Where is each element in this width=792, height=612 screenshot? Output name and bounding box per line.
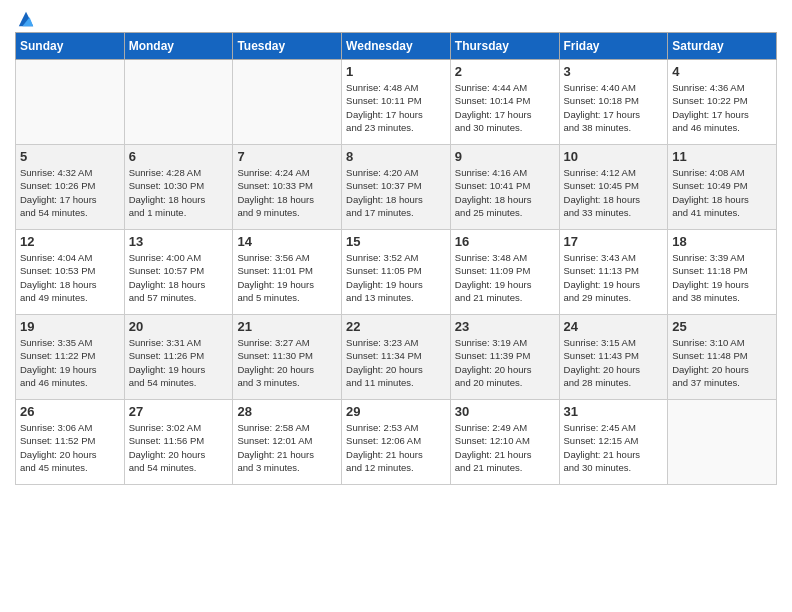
- day-info: Sunrise: 3:02 AM Sunset: 11:56 PM Daylig…: [129, 421, 229, 474]
- calendar-cell: 26Sunrise: 3:06 AM Sunset: 11:52 PM Dayl…: [16, 400, 125, 485]
- calendar-cell: 11Sunrise: 4:08 AM Sunset: 10:49 PM Dayl…: [668, 145, 777, 230]
- calendar-cell: 6Sunrise: 4:28 AM Sunset: 10:30 PM Dayli…: [124, 145, 233, 230]
- logo: [15, 10, 35, 24]
- calendar-cell: 9Sunrise: 4:16 AM Sunset: 10:41 PM Dayli…: [450, 145, 559, 230]
- day-number: 29: [346, 404, 446, 419]
- day-info: Sunrise: 3:35 AM Sunset: 11:22 PM Daylig…: [20, 336, 120, 389]
- day-number: 22: [346, 319, 446, 334]
- day-number: 7: [237, 149, 337, 164]
- weekday-header-saturday: Saturday: [668, 33, 777, 60]
- calendar-cell: 15Sunrise: 3:52 AM Sunset: 11:05 PM Dayl…: [342, 230, 451, 315]
- day-info: Sunrise: 3:31 AM Sunset: 11:26 PM Daylig…: [129, 336, 229, 389]
- calendar-cell: [668, 400, 777, 485]
- logo-icon: [17, 10, 35, 28]
- day-info: Sunrise: 4:08 AM Sunset: 10:49 PM Daylig…: [672, 166, 772, 219]
- calendar-cell: 25Sunrise: 3:10 AM Sunset: 11:48 PM Dayl…: [668, 315, 777, 400]
- calendar-cell: 14Sunrise: 3:56 AM Sunset: 11:01 PM Dayl…: [233, 230, 342, 315]
- day-number: 15: [346, 234, 446, 249]
- day-info: Sunrise: 4:44 AM Sunset: 10:14 PM Daylig…: [455, 81, 555, 134]
- day-number: 5: [20, 149, 120, 164]
- day-info: Sunrise: 3:15 AM Sunset: 11:43 PM Daylig…: [564, 336, 664, 389]
- calendar-cell: 29Sunrise: 2:53 AM Sunset: 12:06 AM Dayl…: [342, 400, 451, 485]
- weekday-header-friday: Friday: [559, 33, 668, 60]
- day-number: 17: [564, 234, 664, 249]
- calendar-cell: 3Sunrise: 4:40 AM Sunset: 10:18 PM Dayli…: [559, 60, 668, 145]
- day-info: Sunrise: 3:23 AM Sunset: 11:34 PM Daylig…: [346, 336, 446, 389]
- day-number: 13: [129, 234, 229, 249]
- day-number: 21: [237, 319, 337, 334]
- day-number: 31: [564, 404, 664, 419]
- weekday-header-wednesday: Wednesday: [342, 33, 451, 60]
- calendar-cell: [233, 60, 342, 145]
- day-number: 4: [672, 64, 772, 79]
- day-number: 18: [672, 234, 772, 249]
- day-info: Sunrise: 3:52 AM Sunset: 11:05 PM Daylig…: [346, 251, 446, 304]
- weekday-header-monday: Monday: [124, 33, 233, 60]
- day-info: Sunrise: 3:27 AM Sunset: 11:30 PM Daylig…: [237, 336, 337, 389]
- day-info: Sunrise: 4:16 AM Sunset: 10:41 PM Daylig…: [455, 166, 555, 219]
- calendar-cell: [124, 60, 233, 145]
- day-info: Sunrise: 2:45 AM Sunset: 12:15 AM Daylig…: [564, 421, 664, 474]
- day-info: Sunrise: 3:10 AM Sunset: 11:48 PM Daylig…: [672, 336, 772, 389]
- calendar-cell: 5Sunrise: 4:32 AM Sunset: 10:26 PM Dayli…: [16, 145, 125, 230]
- day-info: Sunrise: 3:48 AM Sunset: 11:09 PM Daylig…: [455, 251, 555, 304]
- calendar-cell: 24Sunrise: 3:15 AM Sunset: 11:43 PM Dayl…: [559, 315, 668, 400]
- calendar-cell: 12Sunrise: 4:04 AM Sunset: 10:53 PM Dayl…: [16, 230, 125, 315]
- calendar-cell: 8Sunrise: 4:20 AM Sunset: 10:37 PM Dayli…: [342, 145, 451, 230]
- day-number: 11: [672, 149, 772, 164]
- day-info: Sunrise: 2:53 AM Sunset: 12:06 AM Daylig…: [346, 421, 446, 474]
- calendar-cell: 23Sunrise: 3:19 AM Sunset: 11:39 PM Dayl…: [450, 315, 559, 400]
- day-info: Sunrise: 4:20 AM Sunset: 10:37 PM Daylig…: [346, 166, 446, 219]
- day-number: 1: [346, 64, 446, 79]
- day-number: 19: [20, 319, 120, 334]
- calendar-cell: 16Sunrise: 3:48 AM Sunset: 11:09 PM Dayl…: [450, 230, 559, 315]
- day-info: Sunrise: 3:56 AM Sunset: 11:01 PM Daylig…: [237, 251, 337, 304]
- calendar-cell: 22Sunrise: 3:23 AM Sunset: 11:34 PM Dayl…: [342, 315, 451, 400]
- day-number: 9: [455, 149, 555, 164]
- day-number: 3: [564, 64, 664, 79]
- day-number: 20: [129, 319, 229, 334]
- calendar-cell: 17Sunrise: 3:43 AM Sunset: 11:13 PM Dayl…: [559, 230, 668, 315]
- calendar-cell: 27Sunrise: 3:02 AM Sunset: 11:56 PM Dayl…: [124, 400, 233, 485]
- weekday-header-sunday: Sunday: [16, 33, 125, 60]
- calendar-table: SundayMondayTuesdayWednesdayThursdayFrid…: [15, 32, 777, 485]
- calendar-cell: 20Sunrise: 3:31 AM Sunset: 11:26 PM Dayl…: [124, 315, 233, 400]
- calendar-cell: 30Sunrise: 2:49 AM Sunset: 12:10 AM Dayl…: [450, 400, 559, 485]
- day-number: 25: [672, 319, 772, 334]
- day-info: Sunrise: 3:19 AM Sunset: 11:39 PM Daylig…: [455, 336, 555, 389]
- day-number: 24: [564, 319, 664, 334]
- calendar-cell: 10Sunrise: 4:12 AM Sunset: 10:45 PM Dayl…: [559, 145, 668, 230]
- weekday-header-tuesday: Tuesday: [233, 33, 342, 60]
- calendar-cell: 7Sunrise: 4:24 AM Sunset: 10:33 PM Dayli…: [233, 145, 342, 230]
- day-info: Sunrise: 3:39 AM Sunset: 11:18 PM Daylig…: [672, 251, 772, 304]
- day-info: Sunrise: 4:28 AM Sunset: 10:30 PM Daylig…: [129, 166, 229, 219]
- day-info: Sunrise: 2:58 AM Sunset: 12:01 AM Daylig…: [237, 421, 337, 474]
- calendar-cell: 19Sunrise: 3:35 AM Sunset: 11:22 PM Dayl…: [16, 315, 125, 400]
- day-number: 14: [237, 234, 337, 249]
- day-info: Sunrise: 2:49 AM Sunset: 12:10 AM Daylig…: [455, 421, 555, 474]
- day-info: Sunrise: 4:48 AM Sunset: 10:11 PM Daylig…: [346, 81, 446, 134]
- calendar-cell: 4Sunrise: 4:36 AM Sunset: 10:22 PM Dayli…: [668, 60, 777, 145]
- day-number: 30: [455, 404, 555, 419]
- calendar-cell: 31Sunrise: 2:45 AM Sunset: 12:15 AM Dayl…: [559, 400, 668, 485]
- day-info: Sunrise: 4:40 AM Sunset: 10:18 PM Daylig…: [564, 81, 664, 134]
- day-number: 16: [455, 234, 555, 249]
- day-number: 12: [20, 234, 120, 249]
- day-info: Sunrise: 4:36 AM Sunset: 10:22 PM Daylig…: [672, 81, 772, 134]
- day-info: Sunrise: 4:24 AM Sunset: 10:33 PM Daylig…: [237, 166, 337, 219]
- day-info: Sunrise: 4:32 AM Sunset: 10:26 PM Daylig…: [20, 166, 120, 219]
- calendar-cell: 18Sunrise: 3:39 AM Sunset: 11:18 PM Dayl…: [668, 230, 777, 315]
- weekday-header-thursday: Thursday: [450, 33, 559, 60]
- day-number: 26: [20, 404, 120, 419]
- day-info: Sunrise: 3:06 AM Sunset: 11:52 PM Daylig…: [20, 421, 120, 474]
- page-header: [15, 10, 777, 24]
- day-info: Sunrise: 4:00 AM Sunset: 10:57 PM Daylig…: [129, 251, 229, 304]
- day-number: 8: [346, 149, 446, 164]
- day-info: Sunrise: 4:04 AM Sunset: 10:53 PM Daylig…: [20, 251, 120, 304]
- calendar-cell: 28Sunrise: 2:58 AM Sunset: 12:01 AM Dayl…: [233, 400, 342, 485]
- day-number: 28: [237, 404, 337, 419]
- day-info: Sunrise: 4:12 AM Sunset: 10:45 PM Daylig…: [564, 166, 664, 219]
- day-info: Sunrise: 3:43 AM Sunset: 11:13 PM Daylig…: [564, 251, 664, 304]
- day-number: 10: [564, 149, 664, 164]
- calendar-cell: 13Sunrise: 4:00 AM Sunset: 10:57 PM Dayl…: [124, 230, 233, 315]
